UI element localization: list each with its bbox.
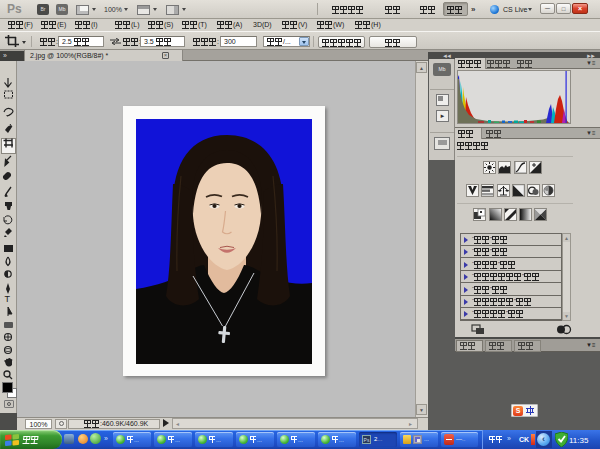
svg-text:T: T <box>5 294 11 304</box>
